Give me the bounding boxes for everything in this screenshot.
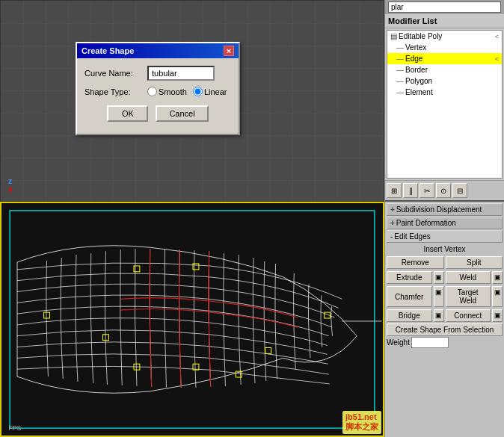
panel-search-input[interactable] (388, 1, 501, 13)
cancel-button[interactable]: Cancel (156, 105, 208, 122)
subdivision-label: Subdivision Displacement (396, 205, 482, 214)
tree-label-edge: Edge (405, 55, 422, 63)
dialog-body: Curve Name: Shape Type: Smooth (77, 58, 239, 134)
paint-label: Paint Deformation (396, 219, 456, 227)
subdivision-displacement-btn[interactable]: + Subdivision Displacement (387, 203, 503, 216)
connect-settings-btn[interactable]: ▣ (492, 309, 503, 322)
toolbar-btn-5[interactable]: ⊟ (452, 183, 467, 198)
weld-button[interactable]: Weld (446, 271, 491, 284)
target-weld-button[interactable]: Target Weld (446, 286, 491, 307)
bottom-panel: + Subdivision Displacement + Paint Defor… (385, 202, 504, 437)
tree-label-polygon: Polygon (405, 77, 432, 85)
connect-button[interactable]: Connect (446, 309, 491, 322)
dialog-titlebar: Create Shape × (77, 43, 239, 58)
bottom-viewport[interactable]: perspective PolyVert (0, 202, 384, 437)
tree-item-editable-poly[interactable]: ▤ Editable Poly < (387, 31, 502, 42)
remove-split-row: Remove Split (387, 256, 503, 269)
modifier-list-label: Modifier List (385, 14, 504, 28)
polygon-dash: — (396, 77, 404, 85)
toolbar-icons: ⊞ ∥ ✂ ⊙ ⊟ (385, 180, 504, 200)
dialog-overlay: Create Shape × Curve Name: Shape Type: (1, 1, 384, 201)
svg-text:FPS: FPS (8, 424, 21, 432)
target-weld-settings-btn[interactable]: ▣ (492, 286, 503, 307)
ok-button[interactable]: OK (107, 105, 148, 122)
border-dash: — (396, 66, 404, 74)
tree-label-vertex: Vertex (405, 43, 426, 52)
weight-label: Weight (387, 338, 410, 347)
edge-arrow: < (495, 55, 499, 63)
tree-arrow: < (495, 33, 499, 40)
svg-rect-0 (2, 203, 381, 436)
create-shape-dialog: Create Shape × Curve Name: Shape Type: (76, 42, 240, 135)
curve-name-row: Curve Name: (84, 66, 231, 81)
chamfer-settings-btn[interactable]: ▣ (434, 286, 444, 307)
tree-item-vertex[interactable]: — Vertex (387, 42, 502, 53)
chamfer-button[interactable]: Chamfer (387, 286, 432, 307)
shape-type-row: Shape Type: Smooth Linear (84, 87, 231, 96)
watermark-line1: jb51.net (345, 412, 378, 421)
edit-minus-icon: - (390, 232, 393, 241)
modifier-tree: ▤ Editable Poly < — Vertex — Edge < — Bo… (387, 30, 503, 179)
paint-deformation-btn[interactable]: + Paint Deformation (387, 217, 503, 229)
main-container: z x Create Shape × Curve Name: (0, 0, 504, 437)
vertex-dash: — (396, 43, 404, 52)
split-button[interactable]: Split (446, 256, 503, 269)
insert-vertex-section: Insert Vertex (387, 244, 503, 255)
tree-label-border: Border (405, 66, 428, 74)
dialog-close-button[interactable]: × (224, 46, 234, 56)
chamfer-targetweld-row: Chamfer ▣ Target Weld ▣ (387, 286, 503, 307)
toolbar-btn-2[interactable]: ∥ (403, 183, 418, 198)
right-panel: Modifier List ▤ Editable Poly < — Vertex… (384, 0, 504, 437)
curve-name-label: Curve Name: (84, 69, 144, 78)
remove-button[interactable]: Remove (387, 256, 444, 269)
weight-row: Weight (387, 337, 503, 348)
toolbar-btn-1[interactable]: ⊞ (387, 183, 402, 198)
smooth-radio-label[interactable]: Smooth (147, 87, 187, 96)
edge-dash: — (396, 55, 404, 63)
toolbar-btn-4[interactable]: ⊙ (436, 183, 451, 198)
insert-vertex-label: Insert Vertex (423, 245, 465, 253)
tree-item-edge[interactable]: — Edge < (387, 53, 502, 64)
linear-radio-label[interactable]: Linear (193, 87, 227, 96)
create-shape-button[interactable]: Create Shape From Selection (387, 323, 503, 336)
top-viewport[interactable]: z x Create Shape × Curve Name: (0, 0, 384, 202)
extrude-button[interactable]: Extrude (387, 271, 432, 284)
dialog-buttons: OK Cancel (84, 102, 231, 126)
viewport-area: z x Create Shape × Curve Name: (0, 0, 384, 437)
smooth-radio[interactable] (147, 87, 157, 96)
element-dash: — (396, 88, 404, 96)
toolbar-btn-3[interactable]: ✂ (420, 183, 434, 198)
tree-item-element[interactable]: — Element (387, 87, 502, 98)
edit-edges-btn[interactable]: - Edit Edges (387, 230, 503, 243)
extrude-settings-btn[interactable]: ▣ (434, 271, 444, 284)
bridge-button[interactable]: Bridge (387, 309, 432, 322)
paint-plus-icon: + (390, 219, 395, 227)
bridge-connect-row: Bridge ▣ Connect ▣ (387, 309, 503, 322)
watermark: jb51.net 脚本之家 (342, 411, 381, 434)
tree-item-polygon[interactable]: — Polygon (387, 75, 502, 87)
weld-settings-btn[interactable]: ▣ (492, 271, 503, 284)
tree-label-editable-poly: Editable Poly (399, 32, 442, 40)
subdivision-plus-icon: + (390, 205, 395, 214)
shape-type-radios: Smooth Linear (147, 87, 227, 96)
weight-input[interactable] (411, 337, 449, 348)
extrude-weld-row: Extrude ▣ Weld ▣ (387, 271, 503, 284)
mesh-svg: FPS (1, 203, 383, 436)
linear-radio[interactable] (193, 87, 203, 96)
dialog-title: Create Shape (82, 46, 134, 55)
bridge-settings-btn[interactable]: ▣ (434, 309, 444, 322)
curve-name-input[interactable] (147, 66, 215, 81)
modifier-list-panel: Modifier List ▤ Editable Poly < — Vertex… (385, 0, 504, 202)
watermark-line2: 脚本之家 (345, 421, 378, 433)
panel-input-row (385, 0, 504, 14)
edit-edges-label: Edit Edges (394, 232, 430, 241)
tree-item-border[interactable]: — Border (387, 64, 502, 75)
shape-type-label: Shape Type: (84, 87, 144, 96)
expand-icon: ▤ (390, 32, 397, 40)
tree-label-element: Element (405, 88, 433, 96)
